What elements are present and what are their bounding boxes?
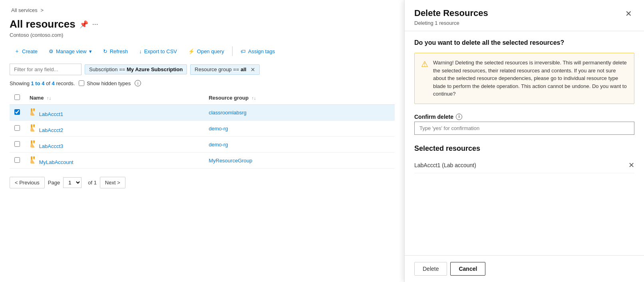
warning-text: Warning! Deleting the selected resources…	[433, 59, 628, 98]
download-icon: ↓	[139, 48, 142, 54]
page-select[interactable]: 1	[63, 177, 81, 188]
breadcrumb-separator: >	[40, 7, 44, 13]
svg-rect-0	[31, 108, 32, 112]
open-query-button[interactable]: ⚡ Open query	[183, 46, 229, 57]
warning-box: ⚠ Warning! Deleting the selected resourc…	[414, 53, 634, 104]
row-rg-cell: classroomlabsrg	[204, 105, 395, 121]
row-rg-cell: demo-rg	[204, 137, 395, 153]
delete-button[interactable]: Delete	[414, 262, 447, 276]
show-hidden-info-icon[interactable]: i	[135, 80, 141, 86]
resource-group-column-header: Resource group ↑↓	[204, 91, 395, 105]
name-column-header: Name ↑↓	[25, 91, 204, 105]
confirm-question: Do you want to delete all the selected r…	[414, 39, 634, 46]
svg-rect-7	[33, 156, 35, 159]
next-button[interactable]: Next >	[100, 177, 125, 188]
page-label: Page	[48, 180, 60, 186]
row-checkbox-cell	[10, 121, 25, 137]
name-sort-icon[interactable]: ↑↓	[47, 96, 51, 100]
refresh-icon: ↻	[103, 48, 107, 54]
warning-icon: ⚠	[421, 59, 428, 98]
resource-icon-2	[30, 140, 38, 148]
row-checkbox-0[interactable]	[14, 109, 20, 115]
resource-link-3[interactable]: MyLabAccount	[39, 159, 74, 165]
table-row: LabAccct2 demo-rg	[10, 121, 395, 137]
pin-icon[interactable]: 📌	[80, 20, 88, 29]
confirm-input[interactable]	[414, 122, 634, 135]
table-row: LabAccct3 demo-rg	[10, 137, 395, 153]
resource-link-2[interactable]: LabAccct3	[39, 143, 64, 149]
row-checkbox-3[interactable]	[14, 157, 20, 163]
table-row: LabAccct1 classroomlabsrg	[10, 105, 395, 121]
chevron-down-icon: ▾	[89, 48, 92, 54]
resource-group-filter-pill: Resource group == all ✕	[190, 64, 259, 75]
cancel-button[interactable]: Cancel	[450, 262, 485, 276]
row-name-cell: MyLabAccount	[25, 153, 204, 169]
page-subtitle: Contoso (contoso.com)	[10, 32, 395, 38]
resource-group-filter-label: Resource group == all	[195, 66, 246, 72]
refresh-button[interactable]: ↻ Refresh	[98, 46, 133, 57]
confirm-info-icon[interactable]: i	[456, 114, 462, 120]
resource-group-link-3[interactable]: MyResourceGroup	[209, 158, 252, 164]
export-csv-button[interactable]: ↓ Export to CSV	[134, 46, 182, 57]
table-row: MyLabAccount MyResourceGroup	[10, 153, 395, 169]
row-rg-cell: MyResourceGroup	[204, 153, 395, 169]
panel-footer: Delete Cancel	[405, 255, 644, 282]
svg-rect-2	[31, 124, 32, 128]
close-panel-button[interactable]: ✕	[623, 8, 634, 19]
resources-table: Name ↑↓ Resource group ↑↓	[10, 91, 395, 169]
tag-icon: 🏷	[241, 48, 246, 54]
plus-icon: ＋	[14, 48, 20, 55]
page-of: of 1	[88, 180, 97, 186]
toolbar-separator	[232, 46, 233, 56]
panel-title: Delete Resources	[414, 8, 488, 18]
gear-icon: ⚙	[49, 48, 54, 54]
breadcrumb-link[interactable]: All services	[11, 7, 38, 13]
previous-button[interactable]: < Previous	[10, 177, 45, 188]
create-button[interactable]: ＋ Create	[10, 45, 42, 57]
resource-link-1[interactable]: LabAccct2	[39, 127, 64, 133]
assign-tags-button[interactable]: 🏷 Assign tags	[236, 46, 280, 57]
row-checkbox-cell	[10, 137, 25, 153]
query-icon: ⚡	[188, 48, 195, 54]
remove-rg-filter-icon[interactable]: ✕	[250, 66, 255, 73]
records-count: Showing 1 to 4 of 4 records.	[10, 80, 75, 86]
rg-sort-icon[interactable]: ↑↓	[252, 96, 256, 100]
svg-rect-4	[31, 140, 32, 144]
remove-selected-resource-button[interactable]: ✕	[628, 161, 634, 170]
panel-header: Delete Resources Deleting 1 resource ✕	[405, 0, 644, 31]
delete-resources-panel: Delete Resources Deleting 1 resource ✕ D…	[404, 0, 644, 282]
select-all-header	[10, 91, 25, 105]
left-panel: All services > All resources 📌 ··· Conto…	[0, 0, 404, 282]
confirm-label: Confirm delete i	[414, 114, 634, 120]
resource-group-link-1[interactable]: demo-rg	[209, 126, 228, 132]
panel-subtitle: Deleting 1 resource	[414, 20, 488, 26]
resource-group-link-0[interactable]: classroomlabsrg	[209, 110, 246, 116]
page-title: All resources	[10, 18, 76, 30]
panel-body: Do you want to delete all the selected r…	[405, 31, 644, 255]
subscription-filter-pill: Subscription == My Azure Subscription	[85, 64, 187, 74]
row-checkbox-2[interactable]	[14, 141, 20, 147]
manage-view-button[interactable]: ⚙ Manage view ▾	[44, 46, 97, 57]
resource-group-link-2[interactable]: demo-rg	[209, 142, 228, 148]
subscription-filter-label: Subscription == My Azure Subscription	[89, 66, 183, 72]
search-input[interactable]	[10, 64, 81, 75]
row-name-cell: LabAccct2	[25, 121, 204, 137]
svg-rect-6	[31, 156, 32, 160]
selected-resource-item: LabAccct1 (Lab account) ✕	[414, 158, 634, 173]
row-checkbox-cell	[10, 153, 25, 169]
show-hidden-label[interactable]: Show hidden types	[79, 80, 131, 86]
select-all-checkbox[interactable]	[14, 94, 20, 100]
show-hidden-checkbox[interactable]	[79, 80, 84, 86]
resource-icon-3	[30, 156, 38, 164]
filter-row: Subscription == My Azure Subscription Re…	[10, 64, 395, 75]
selected-resources-title: Selected resources	[414, 144, 634, 153]
breadcrumb[interactable]: All services >	[10, 7, 395, 13]
svg-rect-5	[33, 140, 35, 143]
row-checkbox-1[interactable]	[14, 125, 20, 131]
records-info-row: Showing 1 to 4 of 4 records. Show hidden…	[10, 80, 395, 86]
toolbar: ＋ Create ⚙ Manage view ▾ ↻ Refresh ↓ Exp…	[10, 45, 395, 57]
selected-resource-name: LabAccct1 (Lab account)	[414, 162, 476, 168]
more-options-icon[interactable]: ···	[92, 20, 98, 28]
resource-link-0[interactable]: LabAccct1	[39, 111, 64, 117]
row-rg-cell: demo-rg	[204, 121, 395, 137]
